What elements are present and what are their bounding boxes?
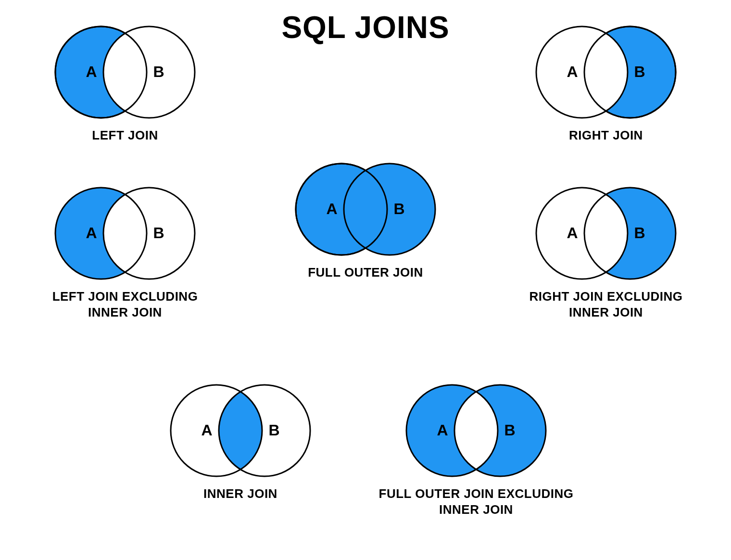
venn-label-a: A bbox=[437, 421, 448, 439]
venn-label-b: B bbox=[393, 200, 404, 217]
right-excl-join-caption: RIGHT JOIN EXCLUDING INNER JOIN bbox=[510, 289, 702, 320]
venn-label-a: A bbox=[326, 200, 337, 217]
venn-label-b: B bbox=[634, 63, 645, 80]
inner-join-block: A B INNER JOIN bbox=[154, 380, 327, 502]
right-excl-join-block: A B RIGHT JOIN EXCLUDING INNER JOIN bbox=[510, 183, 702, 320]
svg-point-4 bbox=[536, 26, 628, 118]
full-outer-excl-join-caption: FULL OUTER JOIN EXCLUDING INNER JOIN bbox=[370, 486, 582, 517]
svg-point-1 bbox=[103, 26, 195, 118]
right-join-caption: RIGHT JOIN bbox=[519, 127, 693, 143]
full-outer-join-block: A B FULL OUTER JOIN bbox=[279, 159, 452, 280]
venn-label-b: B bbox=[153, 224, 164, 242]
left-join-block: A B LEFT JOIN bbox=[38, 22, 212, 143]
right-join-block: A B RIGHT JOIN bbox=[519, 22, 693, 143]
full-outer-join-caption: FULL OUTER JOIN bbox=[279, 265, 452, 280]
svg-point-12 bbox=[344, 164, 435, 255]
venn-full-outer-join: A B bbox=[289, 159, 442, 260]
venn-left-join: A B bbox=[48, 22, 202, 123]
left-excl-join-block: A B LEFT JOIN EXCLUDING INNER JOIN bbox=[29, 183, 221, 320]
full-outer-excl-join-block: A B FULL OUTER JOIN EXCLUDING INNER JOIN bbox=[370, 380, 582, 517]
venn-left-excl-join: A B bbox=[48, 183, 202, 284]
venn-label-a: A bbox=[567, 63, 578, 80]
venn-right-excl-join: A B bbox=[529, 183, 683, 284]
left-excl-join-caption: LEFT JOIN EXCLUDING INNER JOIN bbox=[29, 289, 221, 320]
venn-inner-join: A B bbox=[164, 380, 317, 481]
venn-label-b: B bbox=[268, 421, 279, 439]
venn-label-a: A bbox=[201, 421, 212, 439]
sql-joins-diagram: SQL JOINS A B LEFT JOIN A B RIGHT JOIN bbox=[0, 0, 731, 560]
venn-label-a: A bbox=[86, 63, 97, 80]
venn-label-a: A bbox=[567, 224, 578, 242]
inner-join-caption: INNER JOIN bbox=[154, 486, 327, 502]
venn-label-b: B bbox=[634, 224, 645, 242]
venn-full-outer-excl-join: A B bbox=[399, 380, 553, 481]
left-join-caption: LEFT JOIN bbox=[38, 127, 212, 143]
venn-right-join: A B bbox=[529, 22, 683, 123]
venn-label-b: B bbox=[504, 421, 515, 439]
venn-label-a: A bbox=[86, 224, 97, 242]
venn-label-b: B bbox=[153, 63, 164, 80]
